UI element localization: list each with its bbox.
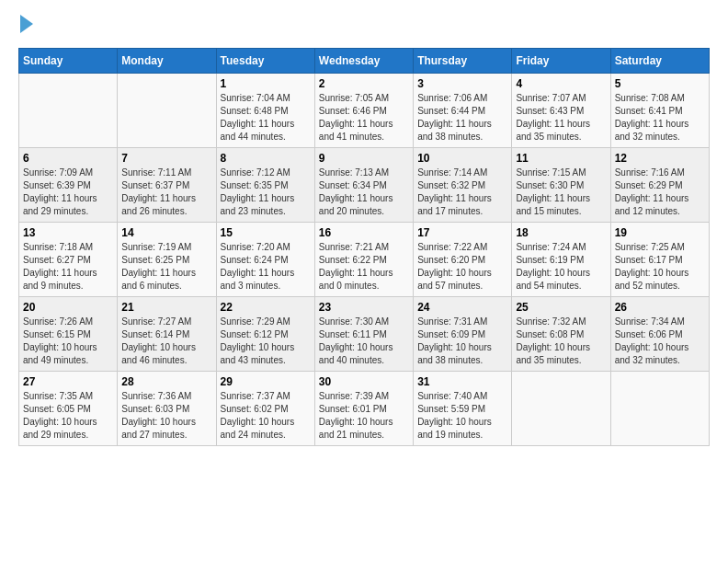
- calendar-cell: 2Sunrise: 7:05 AMSunset: 6:46 PMDaylight…: [314, 74, 413, 148]
- day-number: 17: [417, 226, 507, 239]
- day-info: Sunrise: 7:40 AMSunset: 5:59 PMDaylight:…: [417, 390, 507, 442]
- calendar-cell: [512, 372, 610, 446]
- day-info: Sunrise: 7:37 AMSunset: 6:02 PMDaylight:…: [221, 390, 311, 442]
- day-number: 23: [319, 301, 409, 314]
- calendar-cell: 24Sunrise: 7:31 AMSunset: 6:09 PMDayligh…: [414, 297, 512, 372]
- calendar-cell: 17Sunrise: 7:22 AMSunset: 6:20 PMDayligh…: [414, 223, 512, 297]
- calendar-cell: 29Sunrise: 7:37 AMSunset: 6:02 PMDayligh…: [216, 372, 314, 446]
- day-number: 3: [417, 77, 507, 90]
- calendar-cell: [610, 372, 709, 446]
- weekday-header-sunday: Sunday: [19, 49, 118, 74]
- calendar-cell: 12Sunrise: 7:16 AMSunset: 6:29 PMDayligh…: [610, 148, 709, 223]
- weekday-header-monday: Monday: [118, 49, 216, 74]
- calendar-cell: 7Sunrise: 7:11 AMSunset: 6:37 PMDaylight…: [118, 148, 216, 223]
- day-info: Sunrise: 7:05 AMSunset: 6:46 PMDaylight:…: [319, 92, 409, 144]
- logo: [18, 18, 33, 33]
- calendar-cell: 27Sunrise: 7:35 AMSunset: 6:05 PMDayligh…: [19, 372, 118, 446]
- calendar-week-3: 13Sunrise: 7:18 AMSunset: 6:27 PMDayligh…: [19, 223, 710, 297]
- day-number: 26: [615, 301, 705, 314]
- calendar-cell: 22Sunrise: 7:29 AMSunset: 6:12 PMDayligh…: [216, 297, 314, 372]
- day-info: Sunrise: 7:25 AMSunset: 6:17 PMDaylight:…: [615, 241, 705, 293]
- day-info: Sunrise: 7:32 AMSunset: 6:08 PMDaylight:…: [516, 316, 606, 367]
- day-info: Sunrise: 7:06 AMSunset: 6:44 PMDaylight:…: [417, 92, 507, 144]
- day-info: Sunrise: 7:18 AMSunset: 6:27 PMDaylight:…: [23, 241, 113, 293]
- day-number: 18: [516, 226, 606, 239]
- day-info: Sunrise: 7:04 AMSunset: 6:48 PMDaylight:…: [221, 92, 311, 144]
- day-info: Sunrise: 7:19 AMSunset: 6:25 PMDaylight:…: [121, 241, 211, 293]
- day-number: 9: [319, 152, 409, 165]
- day-number: 4: [516, 77, 606, 90]
- calendar-cell: 14Sunrise: 7:19 AMSunset: 6:25 PMDayligh…: [118, 223, 216, 297]
- day-number: 25: [516, 301, 606, 314]
- day-number: 27: [23, 375, 113, 388]
- calendar-cell: 6Sunrise: 7:09 AMSunset: 6:39 PMDaylight…: [19, 148, 118, 223]
- calendar-cell: 9Sunrise: 7:13 AMSunset: 6:34 PMDaylight…: [314, 148, 413, 223]
- calendar-cell: 30Sunrise: 7:39 AMSunset: 6:01 PMDayligh…: [314, 372, 413, 446]
- day-info: Sunrise: 7:20 AMSunset: 6:24 PMDaylight:…: [221, 241, 311, 293]
- day-number: 29: [221, 375, 311, 388]
- day-number: 13: [23, 226, 113, 239]
- calendar-week-1: 1Sunrise: 7:04 AMSunset: 6:48 PMDaylight…: [19, 74, 710, 148]
- day-number: 11: [516, 152, 606, 165]
- day-info: Sunrise: 7:21 AMSunset: 6:22 PMDaylight:…: [319, 241, 409, 293]
- calendar-week-2: 6Sunrise: 7:09 AMSunset: 6:39 PMDaylight…: [19, 148, 710, 223]
- day-info: Sunrise: 7:15 AMSunset: 6:30 PMDaylight:…: [516, 167, 606, 218]
- day-info: Sunrise: 7:36 AMSunset: 6:03 PMDaylight:…: [121, 390, 211, 442]
- weekday-header-tuesday: Tuesday: [216, 49, 314, 74]
- day-info: Sunrise: 7:24 AMSunset: 6:19 PMDaylight:…: [516, 241, 606, 293]
- day-info: Sunrise: 7:07 AMSunset: 6:43 PMDaylight:…: [516, 92, 606, 144]
- calendar-cell: 19Sunrise: 7:25 AMSunset: 6:17 PMDayligh…: [610, 223, 709, 297]
- day-info: Sunrise: 7:39 AMSunset: 6:01 PMDaylight:…: [319, 390, 409, 442]
- calendar-cell: 3Sunrise: 7:06 AMSunset: 6:44 PMDaylight…: [414, 74, 512, 148]
- day-number: 21: [121, 301, 211, 314]
- calendar-cell: 16Sunrise: 7:21 AMSunset: 6:22 PMDayligh…: [314, 223, 413, 297]
- day-info: Sunrise: 7:13 AMSunset: 6:34 PMDaylight:…: [319, 167, 409, 218]
- day-number: 14: [121, 226, 211, 239]
- calendar-cell: 21Sunrise: 7:27 AMSunset: 6:14 PMDayligh…: [118, 297, 216, 372]
- day-number: 15: [221, 226, 311, 239]
- day-info: Sunrise: 7:08 AMSunset: 6:41 PMDaylight:…: [615, 92, 705, 144]
- calendar-cell: [19, 74, 118, 148]
- calendar-table: SundayMondayTuesdayWednesdayThursdayFrid…: [18, 48, 710, 446]
- logo-arrow-icon: [20, 15, 33, 33]
- day-info: Sunrise: 7:09 AMSunset: 6:39 PMDaylight:…: [23, 167, 113, 218]
- day-number: 28: [121, 375, 211, 388]
- day-number: 24: [417, 301, 507, 314]
- day-number: 5: [615, 77, 705, 90]
- calendar-cell: 20Sunrise: 7:26 AMSunset: 6:15 PMDayligh…: [19, 297, 118, 372]
- day-number: 12: [615, 152, 705, 165]
- calendar-week-4: 20Sunrise: 7:26 AMSunset: 6:15 PMDayligh…: [19, 297, 710, 372]
- day-number: 16: [319, 226, 409, 239]
- day-info: Sunrise: 7:26 AMSunset: 6:15 PMDaylight:…: [23, 316, 113, 367]
- day-info: Sunrise: 7:30 AMSunset: 6:11 PMDaylight:…: [319, 316, 409, 367]
- day-number: 31: [417, 375, 507, 388]
- day-info: Sunrise: 7:14 AMSunset: 6:32 PMDaylight:…: [417, 167, 507, 218]
- day-info: Sunrise: 7:31 AMSunset: 6:09 PMDaylight:…: [417, 316, 507, 367]
- day-info: Sunrise: 7:12 AMSunset: 6:35 PMDaylight:…: [221, 167, 311, 218]
- day-info: Sunrise: 7:29 AMSunset: 6:12 PMDaylight:…: [221, 316, 311, 367]
- calendar-cell: [118, 74, 216, 148]
- day-info: Sunrise: 7:22 AMSunset: 6:20 PMDaylight:…: [417, 241, 507, 293]
- weekday-header-row: SundayMondayTuesdayWednesdayThursdayFrid…: [19, 49, 710, 74]
- weekday-header-saturday: Saturday: [610, 49, 709, 74]
- calendar-cell: 28Sunrise: 7:36 AMSunset: 6:03 PMDayligh…: [118, 372, 216, 446]
- day-number: 8: [221, 152, 311, 165]
- calendar-cell: 26Sunrise: 7:34 AMSunset: 6:06 PMDayligh…: [610, 297, 709, 372]
- weekday-header-friday: Friday: [512, 49, 610, 74]
- weekday-header-thursday: Thursday: [414, 49, 512, 74]
- calendar-cell: 5Sunrise: 7:08 AMSunset: 6:41 PMDaylight…: [610, 74, 709, 148]
- calendar-cell: 25Sunrise: 7:32 AMSunset: 6:08 PMDayligh…: [512, 297, 610, 372]
- day-info: Sunrise: 7:11 AMSunset: 6:37 PMDaylight:…: [121, 167, 211, 218]
- day-number: 7: [121, 152, 211, 165]
- day-info: Sunrise: 7:27 AMSunset: 6:14 PMDaylight:…: [121, 316, 211, 367]
- day-number: 10: [417, 152, 507, 165]
- day-number: 22: [221, 301, 311, 314]
- calendar-cell: 13Sunrise: 7:18 AMSunset: 6:27 PMDayligh…: [19, 223, 118, 297]
- day-number: 1: [221, 77, 311, 90]
- day-number: 20: [23, 301, 113, 314]
- day-number: 30: [319, 375, 409, 388]
- day-info: Sunrise: 7:16 AMSunset: 6:29 PMDaylight:…: [615, 167, 705, 218]
- calendar-cell: 18Sunrise: 7:24 AMSunset: 6:19 PMDayligh…: [512, 223, 610, 297]
- calendar-week-5: 27Sunrise: 7:35 AMSunset: 6:05 PMDayligh…: [19, 372, 710, 446]
- calendar-cell: 10Sunrise: 7:14 AMSunset: 6:32 PMDayligh…: [414, 148, 512, 223]
